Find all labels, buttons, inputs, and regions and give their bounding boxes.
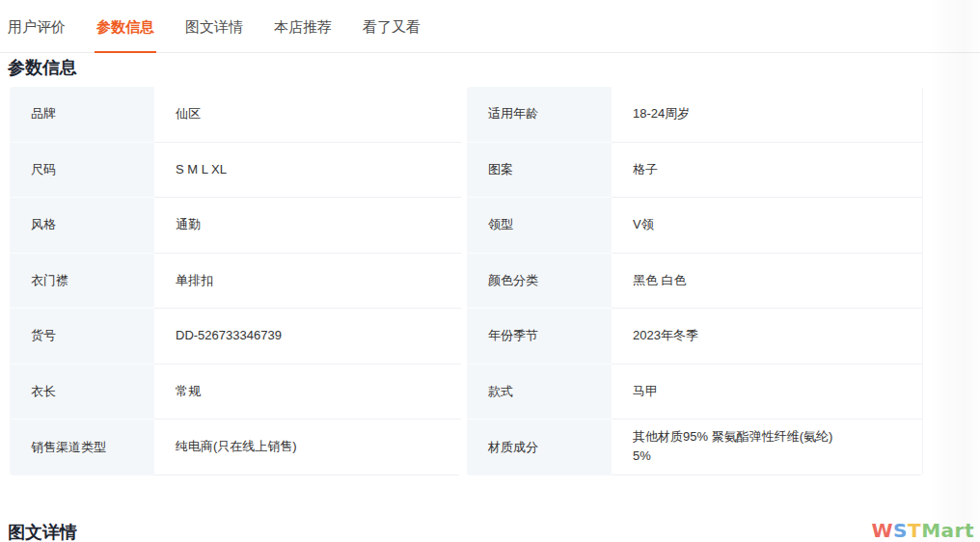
tab-user-reviews[interactable]: 用户评价 [8, 0, 66, 53]
param-row: 材质成分 其他材质95% 聚氨酯弹性纤维(氨纶) 5% [467, 420, 922, 475]
param-label: 图案 [467, 143, 612, 199]
param-label: 衣门襟 [10, 254, 154, 310]
param-label: 品牌 [10, 87, 154, 143]
param-row: 年份季节 2023年冬季 [467, 309, 922, 365]
param-value: 格子 [612, 143, 922, 199]
param-label: 风格 [10, 198, 154, 254]
logo-part: T [908, 519, 921, 542]
param-value: 黑色 白色 [612, 254, 922, 310]
param-value: 18-24周岁 [612, 87, 922, 143]
param-row: 衣长 常规 [10, 365, 461, 420]
param-row: 款式 马甲 [467, 365, 922, 420]
param-label: 货号 [10, 309, 154, 365]
param-row: 颜色分类 黑色 白色 [467, 254, 922, 310]
params-table-right-column: 适用年龄 18-24周岁 图案 格子 领型 V领 颜色分类 黑色 白色 年份季节… [467, 87, 923, 475]
params-table-left-column: 品牌 仙区 尺码 S M L XL 风格 通勤 衣门襟 单排扣 货号 DD-52… [10, 87, 461, 475]
param-row: 领型 V领 [467, 198, 922, 254]
detail-section-header: 图文详情 WSTMart [0, 519, 980, 542]
detail-section-title: 图文详情 [8, 523, 77, 542]
tab-also-viewed[interactable]: 看了又看 [363, 0, 421, 53]
param-row: 品牌 仙区 [10, 87, 461, 143]
param-row: 适用年龄 18-24周岁 [467, 87, 922, 143]
param-row: 尺码 S M L XL [10, 143, 461, 199]
param-row: 货号 DD-526733346739 [10, 309, 461, 365]
param-value: S M L XL [154, 143, 461, 199]
param-value: 2023年冬季 [612, 309, 922, 365]
param-value: 仙区 [154, 87, 461, 143]
tab-shop-recommend[interactable]: 本店推荐 [274, 0, 332, 53]
param-row: 风格 通勤 [10, 198, 461, 254]
param-value: DD-526733346739 [154, 309, 461, 365]
param-label: 材质成分 [467, 420, 612, 475]
params-section-title: 参数信息 [8, 58, 980, 77]
param-value: V领 [612, 198, 922, 254]
params-table: 品牌 仙区 尺码 S M L XL 风格 通勤 衣门襟 单排扣 货号 DD-52… [10, 87, 980, 475]
param-value: 纯电商(只在线上销售) [154, 420, 461, 475]
tab-detail[interactable]: 图文详情 [185, 0, 243, 53]
product-tabbar: 用户评价 参数信息 图文详情 本店推荐 看了又看 [0, 0, 980, 53]
logo-part: W [872, 519, 894, 542]
param-value: 通勤 [154, 198, 461, 254]
param-label: 衣长 [10, 365, 154, 420]
param-label: 适用年龄 [467, 87, 612, 143]
param-label: 款式 [467, 365, 612, 420]
param-row: 图案 格子 [467, 143, 922, 199]
param-label: 尺码 [10, 143, 154, 199]
param-label: 领型 [467, 198, 612, 254]
tab-params-info[interactable]: 参数信息 [96, 0, 154, 53]
param-value: 其他材质95% 聚氨酯弹性纤维(氨纶) 5% [612, 420, 922, 475]
param-label: 年份季节 [467, 309, 612, 365]
param-row: 衣门襟 单排扣 [10, 254, 461, 310]
wstmart-logo[interactable]: WSTMart [872, 519, 974, 542]
param-value: 常规 [154, 365, 461, 420]
param-label: 颜色分类 [467, 254, 612, 310]
param-label: 销售渠道类型 [10, 420, 154, 475]
param-row: 销售渠道类型 纯电商(只在线上销售) [10, 420, 461, 475]
param-value: 马甲 [612, 365, 922, 420]
logo-part: Mart [921, 519, 974, 542]
param-value: 单排扣 [154, 254, 461, 310]
logo-part: S [893, 519, 908, 542]
